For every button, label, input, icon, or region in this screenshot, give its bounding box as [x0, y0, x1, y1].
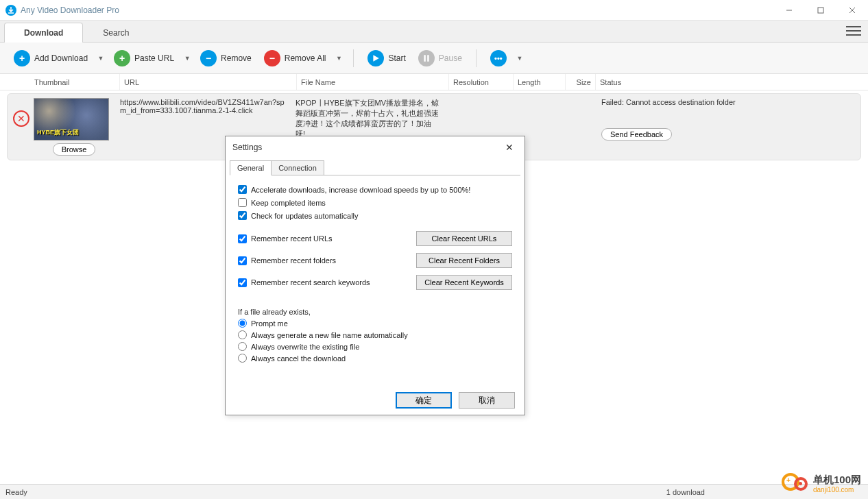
col-status[interactable]: Status: [595, 74, 868, 90]
toolbar: + Add Download ▼ + Paste URL ▼ − Remove …: [0, 42, 868, 74]
radio-newname[interactable]: [238, 330, 247, 339]
remember-urls-label: Remember recent URLs: [251, 234, 333, 243]
add-download-label: Add Download: [34, 53, 88, 63]
maximize-button[interactable]: [805, 0, 836, 21]
close-button[interactable]: [836, 0, 868, 21]
col-resolution[interactable]: Resolution: [448, 74, 513, 90]
column-headers: Thumbnail URL File Name Resolution Lengt…: [0, 74, 868, 90]
minus-icon: −: [200, 50, 217, 66]
dialog-body: Accelerate downloads, increase download …: [226, 175, 525, 386]
col-size[interactable]: Size: [565, 74, 595, 90]
radio-cancel[interactable]: [238, 354, 247, 363]
tab-search[interactable]: Search: [83, 23, 149, 42]
clear-folders-button[interactable]: Clear Recent Folders: [416, 253, 512, 268]
remove-button[interactable]: − Remove: [196, 47, 256, 69]
row-filename: KPOP丨HYBE旗下女团MV播放量排名，鲸舞蹈版直冲第一，烬前十占六，礼也超强…: [296, 98, 446, 139]
remember-folders-checkbox[interactable]: [238, 256, 247, 265]
status-ready: Ready: [5, 488, 27, 496]
toolbar-separator: [353, 49, 354, 67]
remove-label: Remove: [221, 53, 252, 63]
dialog-close-icon[interactable]: ✕: [501, 139, 518, 156]
col-thumbnail[interactable]: Thumbnail: [30, 74, 119, 90]
plus-icon: +: [14, 50, 30, 66]
titlebar: Any Video Downloader Pro: [0, 0, 868, 21]
clear-urls-button[interactable]: Clear Recent URLs: [416, 231, 512, 246]
thumbnail-overlay: HYBE旗下女团: [37, 128, 106, 137]
remove-all-label: Remove All: [285, 53, 326, 63]
radio-prompt-label: Prompt me: [251, 319, 288, 328]
app-title: Any Video Downloader Pro: [21, 5, 119, 15]
send-feedback-button[interactable]: Send Feedback: [601, 128, 672, 141]
pause-label: Pause: [439, 53, 462, 63]
file-exists-label: If a file already exists,: [238, 308, 512, 316]
tab-connection[interactable]: Connection: [272, 160, 324, 175]
add-download-dropdown[interactable]: ▼: [96, 55, 106, 62]
remove-all-button[interactable]: − Remove All: [260, 47, 330, 69]
radio-overwrite-label: Always overwrite the existing file: [251, 343, 359, 351]
radio-prompt[interactable]: [238, 319, 247, 328]
minus-icon: −: [264, 50, 280, 66]
window-controls: [773, 0, 868, 21]
accelerate-checkbox[interactable]: [238, 185, 247, 194]
watermark: + 单机100网 danji100.com: [782, 470, 861, 498]
add-download-button[interactable]: + Add Download: [10, 47, 92, 69]
more-dropdown[interactable]: ▼: [515, 55, 525, 62]
menu-icon[interactable]: [846, 25, 861, 37]
watermark-url: danji100.com: [813, 486, 861, 494]
dialog-footer: 确定 取消: [226, 386, 525, 415]
toolbar-separator: [476, 49, 477, 67]
dialog-titlebar: Settings ✕: [226, 136, 525, 158]
remember-folders-label: Remember recent folders: [251, 256, 336, 265]
browse-button[interactable]: Browse: [53, 143, 96, 156]
dialog-tabs: General Connection: [230, 160, 520, 175]
radio-cancel-label: Always cancel the download: [251, 354, 346, 363]
paste-url-label: Paste URL: [134, 53, 174, 63]
row-url: https://www.bilibili.com/video/BV1ZS411w…: [120, 98, 296, 114]
statusbar: Ready 1 download: [0, 484, 868, 499]
delete-row-icon[interactable]: ✕: [13, 110, 29, 127]
accelerate-label: Accelerate downloads, increase download …: [251, 186, 470, 194]
paste-url-dropdown[interactable]: ▼: [182, 55, 192, 62]
start-label: Start: [388, 53, 405, 63]
status-count: 1 download: [666, 488, 705, 496]
play-icon: [367, 50, 384, 66]
col-filename[interactable]: File Name: [296, 74, 448, 90]
check-updates-label: Check for updates automatically: [251, 212, 359, 220]
remember-keywords-checkbox[interactable]: [238, 278, 247, 287]
paste-url-button[interactable]: + Paste URL: [110, 47, 178, 69]
keep-completed-label: Keep completed items: [251, 199, 326, 207]
row-status: Failed: Cannot access destination folder: [596, 98, 856, 106]
remember-keywords-label: Remember recent search keywords: [251, 278, 370, 287]
tab-general[interactable]: General: [230, 160, 272, 175]
app-icon: [5, 5, 16, 16]
pause-icon: [418, 50, 435, 66]
watermark-icon: +: [782, 470, 809, 498]
more-button[interactable]: •••: [486, 47, 511, 69]
radio-overwrite[interactable]: [238, 342, 247, 351]
col-url[interactable]: URL: [119, 74, 296, 90]
tab-download[interactable]: Download: [4, 23, 83, 42]
col-length[interactable]: Length: [513, 74, 565, 90]
remove-all-dropdown[interactable]: ▼: [334, 55, 343, 62]
plus-icon: +: [114, 50, 130, 66]
dots-icon: •••: [490, 50, 507, 66]
keep-completed-checkbox[interactable]: [238, 198, 247, 207]
clear-keywords-button[interactable]: Clear Recent Keywords: [416, 275, 512, 290]
minimize-button[interactable]: [773, 0, 805, 21]
remember-urls-checkbox[interactable]: [238, 234, 247, 243]
main-tabs: Download Search: [0, 21, 868, 42]
radio-newname-label: Always generate a new file name automati…: [251, 331, 408, 339]
cancel-button[interactable]: 取消: [459, 392, 515, 409]
svg-rect-0: [818, 8, 823, 13]
check-updates-checkbox[interactable]: [238, 211, 247, 220]
pause-button[interactable]: Pause: [414, 47, 466, 69]
start-button[interactable]: Start: [363, 47, 409, 69]
settings-dialog: Settings ✕ General Connection Accelerate…: [225, 136, 525, 415]
watermark-name: 单机100网: [813, 474, 861, 486]
thumbnail: HYBE旗下女团: [34, 98, 109, 141]
ok-button[interactable]: 确定: [396, 392, 452, 409]
dialog-title: Settings: [232, 143, 262, 152]
